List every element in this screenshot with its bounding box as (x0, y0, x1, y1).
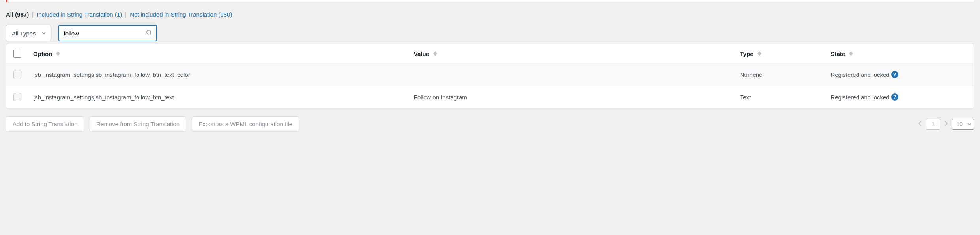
header-value-label: Value (414, 50, 429, 57)
cell-value: Follow on Instagram (414, 94, 740, 101)
filter-all[interactable]: All (987) (6, 11, 29, 18)
header-value[interactable]: Value (414, 50, 740, 57)
table-row: [sb_instagram_settings]sb_instagram_foll… (6, 86, 974, 108)
select-all-checkbox[interactable] (13, 50, 21, 58)
search-input[interactable] (64, 30, 141, 37)
search-icon[interactable] (146, 30, 152, 37)
chevron-down-icon (41, 30, 46, 37)
sort-icon (56, 51, 60, 56)
svg-line-1 (150, 34, 152, 35)
help-icon[interactable]: ? (891, 71, 898, 78)
header-state[interactable]: State (830, 50, 967, 57)
header-option-label: Option (33, 50, 52, 57)
table-header: Option Value Type (6, 44, 974, 63)
page-size-label: 10 (956, 121, 963, 127)
cell-type: Text (740, 94, 831, 101)
help-icon[interactable]: ? (891, 93, 898, 101)
row-checkbox[interactable] (13, 71, 21, 78)
page-number-input[interactable]: 1 (926, 119, 940, 130)
svg-point-0 (147, 30, 151, 34)
cell-state: Registered and locked (830, 94, 889, 101)
remove-from-translation-button[interactable]: Remove from String Translation (90, 116, 186, 132)
sort-icon (433, 51, 437, 56)
header-state-label: State (830, 50, 845, 57)
pagination: 1 10 (918, 119, 974, 130)
header-type-label: Type (740, 50, 754, 57)
separator: | (125, 11, 127, 18)
cell-option: [sb_instagram_settings]sb_instagram_foll… (33, 71, 414, 78)
row-checkbox[interactable] (13, 93, 21, 101)
header-option[interactable]: Option (33, 50, 414, 57)
type-filter-label: All Types (12, 30, 36, 37)
filter-tabs: All (987) | Included in String Translati… (6, 11, 974, 18)
cell-option: [sb_instagram_settings]sb_instagram_foll… (33, 94, 414, 101)
type-filter-select[interactable]: All Types (6, 25, 51, 41)
search-box[interactable] (58, 25, 157, 41)
options-table: Option Value Type (6, 44, 974, 108)
table-row: [sb_instagram_settings]sb_instagram_foll… (6, 63, 974, 86)
prev-page-button[interactable] (918, 121, 922, 127)
filter-included[interactable]: Included in String Translation (1) (37, 11, 122, 18)
sort-icon (849, 51, 853, 56)
cell-type: Numeric (740, 71, 831, 78)
chevron-down-icon (967, 121, 971, 127)
add-to-translation-button[interactable]: Add to String Translation (6, 116, 84, 132)
footer-row: Add to String Translation Remove from St… (6, 116, 974, 132)
next-page-button[interactable] (944, 121, 948, 127)
sort-icon (757, 51, 761, 56)
controls-row: All Types (6, 25, 974, 41)
notice-bar (6, 0, 974, 2)
page-size-select[interactable]: 10 (952, 119, 974, 130)
header-type[interactable]: Type (740, 50, 831, 57)
export-config-button[interactable]: Export as a WPML configuration file (192, 116, 299, 132)
cell-state: Registered and locked (830, 71, 889, 78)
separator: | (32, 11, 34, 18)
filter-not-included[interactable]: Not included in String Translation (980) (130, 11, 232, 18)
